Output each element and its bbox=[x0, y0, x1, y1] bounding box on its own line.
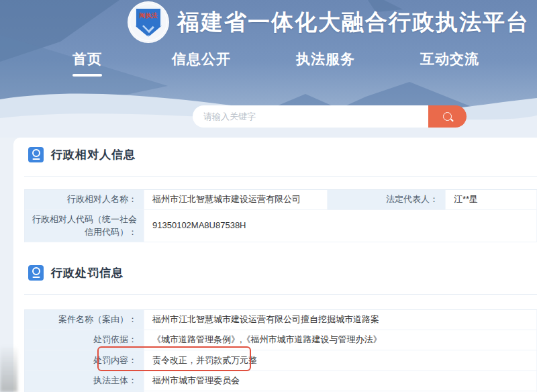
nav-item-enforcement-services[interactable]: 执法服务 bbox=[296, 50, 355, 77]
field-label: 执法主体： bbox=[25, 371, 144, 391]
nav-item-interaction[interactable]: 互动交流 bbox=[420, 50, 479, 77]
site-header: 闽执法 福建省一体化大融合行政执法平台 首页 信息公开 执法服务 互动交流 bbox=[0, 0, 537, 138]
section-title: 行政处罚信息 bbox=[51, 265, 124, 281]
main-nav: 首页 信息公开 执法服务 互动交流 bbox=[0, 50, 537, 81]
field-label: 行政相对人代码（统一社会信用代码）： bbox=[25, 210, 144, 242]
shield-icon: 闽执法 bbox=[135, 7, 162, 37]
site-title: 福建省一体化大融合行政执法平台 bbox=[177, 7, 530, 38]
section-header-penalty: 行政处罚信息 bbox=[28, 265, 537, 281]
badge-shield-icon: 闽执法 bbox=[128, 1, 169, 43]
section-divider bbox=[24, 294, 537, 295]
field-value: 福州市城市管理委员会 bbox=[144, 371, 537, 391]
content-card: 行政相对人信息 行政相对人名称： 福州市江北智慧城市建设运营有限公司 法定代表人… bbox=[13, 138, 537, 392]
nav-item-home[interactable]: 首页 bbox=[72, 50, 102, 77]
search-button[interactable] bbox=[428, 105, 467, 128]
section-divider bbox=[24, 176, 537, 177]
field-value: 《城市道路管理条例》,《福州市城市道路建设与管理办法》 bbox=[144, 330, 537, 350]
id-card-icon bbox=[28, 147, 44, 162]
logo-text: 闽执法 bbox=[140, 13, 158, 19]
penalty-table: 案件名称（案由）： 福州市江北智慧城市建设运营有限公司擅自挖掘城市道路案 处罚依… bbox=[24, 309, 537, 392]
search-input[interactable] bbox=[193, 105, 428, 128]
chevron-icon bbox=[142, 21, 154, 33]
field-label: 案件名称（案由）： bbox=[25, 310, 144, 330]
search-icon bbox=[443, 112, 452, 121]
field-value-penalty-content: 责令改正，并罚款贰万元整 bbox=[144, 350, 537, 371]
field-value: 福州市江北智慧城市建设运营有限公司擅自挖掘城市道路案 bbox=[144, 310, 537, 330]
corner-texture bbox=[0, 345, 17, 392]
field-label: 行政相对人名称： bbox=[25, 190, 144, 210]
brand: 闽执法 福建省一体化大融合行政执法平台 bbox=[128, 1, 530, 43]
field-label: 法定代表人： bbox=[328, 190, 446, 210]
field-label: 处罚内容： bbox=[25, 350, 144, 371]
field-value: 江**星 bbox=[446, 190, 537, 210]
field-value: 91350102MA8U87538H bbox=[144, 210, 537, 242]
nav-item-info-disclosure[interactable]: 信息公开 bbox=[172, 50, 231, 77]
relative-party-table: 行政相对人名称： 福州市江北智慧城市建设运营有限公司 法定代表人： 江**星 行… bbox=[24, 189, 537, 242]
field-value: 福州市江北智慧城市建设运营有限公司 bbox=[144, 190, 328, 210]
section-header-relative-party: 行政相对人信息 bbox=[28, 138, 537, 162]
search-bar bbox=[193, 105, 467, 128]
field-label: 处罚依据： bbox=[25, 330, 144, 350]
id-card-icon bbox=[28, 265, 44, 281]
section-title: 行政相对人信息 bbox=[51, 147, 136, 162]
